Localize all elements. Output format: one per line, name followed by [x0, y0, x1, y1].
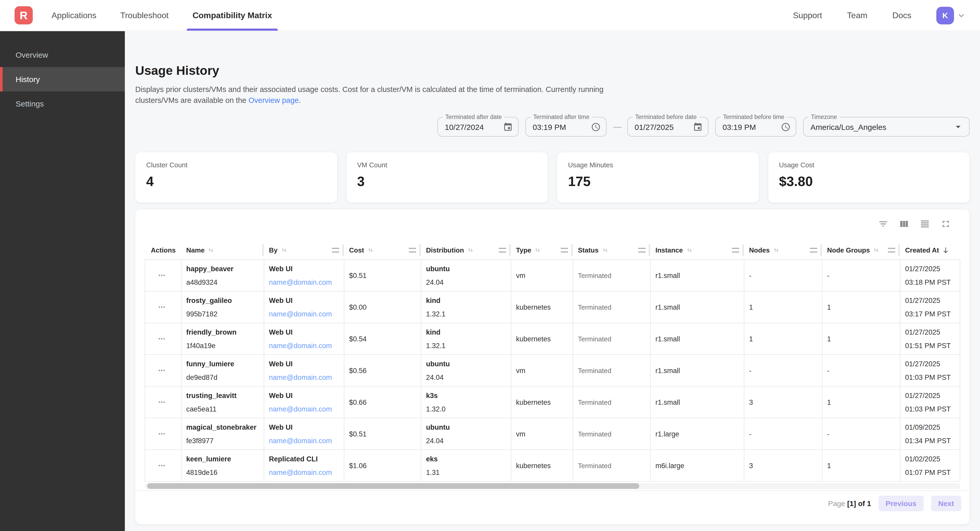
cell-text: 01/27/2025 — [905, 360, 956, 368]
terminated-after-date-input[interactable]: Terminated after date 10/27/2024 — [438, 117, 519, 137]
usage-table-card: ActionsNameByCostDistributionTypeStatusI… — [135, 209, 970, 524]
row-actions-button[interactable] — [156, 428, 167, 439]
row-actions-button[interactable] — [156, 301, 167, 313]
filter-icon[interactable] — [878, 219, 888, 229]
cell-status: Terminated — [573, 260, 651, 291]
field-label: Terminated before time — [721, 114, 787, 120]
column-menu-icon[interactable] — [638, 248, 646, 252]
cell-text: 1.32.1 — [426, 342, 508, 349]
user-menu[interactable]: K — [936, 6, 966, 24]
nav-link-team[interactable]: Team — [847, 11, 867, 20]
email-link[interactable]: name@domain.com — [269, 437, 341, 444]
cell-text: cae5ea11 — [186, 405, 261, 413]
column-menu-icon[interactable] — [732, 248, 739, 252]
row-actions-button[interactable] — [156, 460, 167, 471]
cell-name: happy_beavera48d9324 — [181, 260, 264, 291]
column-menu-icon[interactable] — [810, 248, 817, 252]
column-menu-icon[interactable] — [499, 248, 506, 252]
horizontal-scrollbar[interactable] — [145, 483, 960, 489]
column-header-by[interactable]: By — [264, 241, 344, 259]
row-actions-button[interactable] — [156, 365, 167, 376]
cell-type: vm — [511, 260, 573, 291]
field-value: 03:19 PM — [722, 122, 781, 131]
terminated-before-time-input[interactable]: Terminated before time 03:19 PM — [715, 117, 796, 137]
overview-page-link[interactable]: Overview page — [248, 96, 299, 105]
column-menu-icon[interactable] — [332, 248, 339, 252]
column-header-created_at[interactable]: Created At — [900, 241, 959, 259]
cell-nodes: - — [745, 355, 822, 386]
previous-button[interactable]: Previous — [878, 496, 924, 511]
cell-text: 01:07 PM PST — [905, 468, 956, 476]
column-menu-icon[interactable] — [888, 248, 895, 252]
email-link[interactable]: name@domain.com — [269, 310, 341, 318]
clock-icon[interactable] — [781, 122, 791, 132]
column-header-nodes[interactable]: Nodes — [744, 241, 822, 259]
cell-text: Web UI — [269, 392, 341, 399]
email-link[interactable]: name@domain.com — [269, 373, 341, 381]
scrollbar-thumb[interactable] — [147, 483, 639, 489]
email-link[interactable]: name@domain.com — [269, 468, 341, 476]
cell-instance: r1.small — [651, 323, 745, 354]
field-value: 10/27/2024 — [445, 122, 503, 131]
columns-icon[interactable] — [899, 219, 909, 229]
column-header-name[interactable]: Name — [181, 241, 264, 259]
column-header-cost[interactable]: Cost — [344, 241, 421, 259]
sidebar-item-history[interactable]: History — [0, 67, 125, 92]
email-link[interactable]: name@domain.com — [269, 278, 341, 286]
email-link[interactable]: name@domain.com — [269, 405, 341, 413]
sidebar: Overview History Settings — [0, 31, 125, 531]
terminated-after-time-input[interactable]: Terminated after time 03:19 PM — [525, 117, 606, 137]
cell-by: Web UIname@domain.com — [264, 323, 344, 354]
calendar-icon[interactable] — [693, 122, 703, 132]
cell-actions — [145, 387, 181, 418]
clock-icon[interactable] — [591, 122, 601, 132]
main-content: Usage History Displays prior clusters/VM… — [125, 31, 980, 531]
cell-name: keen_lumiere4819de16 — [181, 450, 264, 481]
description-period: . — [299, 96, 301, 105]
column-header-instance[interactable]: Instance — [650, 241, 744, 259]
column-menu-icon[interactable] — [561, 248, 568, 252]
cell-type: vm — [511, 355, 573, 386]
nav-link-docs[interactable]: Docs — [892, 11, 912, 20]
timezone-select[interactable]: Timezone America/Los_Angeles — [803, 117, 970, 137]
row-actions-button[interactable] — [156, 269, 167, 281]
row-actions-button[interactable] — [156, 396, 167, 408]
nav-link-support[interactable]: Support — [793, 11, 822, 20]
fullscreen-icon[interactable] — [940, 219, 951, 229]
table-row: keen_lumiere4819de16Replicated CLIname@d… — [145, 450, 960, 482]
logo-letter: R — [20, 9, 27, 22]
more-horizontal-icon — [157, 398, 166, 407]
column-header-distribution[interactable]: Distribution — [421, 241, 511, 259]
cell-text: 995b7182 — [186, 310, 261, 318]
tab-compatibility-matrix[interactable]: Compatibility Matrix — [192, 0, 272, 31]
tab-applications[interactable]: Applications — [51, 0, 97, 31]
row-actions-button[interactable] — [156, 333, 167, 344]
app-logo[interactable]: R — [14, 6, 33, 24]
table-row: magical_stonebrakerfe3f8977Web UIname@do… — [145, 418, 960, 450]
sort-icon — [207, 246, 215, 254]
calendar-icon[interactable] — [503, 122, 513, 132]
stat-card-vm-count: VM Count 3 — [346, 152, 548, 203]
cell-text: magical_stonebraker — [186, 423, 261, 431]
cell-text: Web UI — [269, 265, 341, 273]
column-label: Name — [186, 246, 205, 254]
email-link[interactable]: name@domain.com — [269, 342, 341, 349]
avatar-initial: K — [942, 11, 948, 20]
column-header-node_groups[interactable]: Node Groups — [822, 241, 900, 259]
terminated-before-date-input[interactable]: Terminated before date 01/27/2025 — [627, 117, 708, 137]
tab-troubleshoot[interactable]: Troubleshoot — [121, 0, 169, 31]
table-row: funny_lumierede9ed87dWeb UIname@domain.c… — [145, 355, 960, 387]
sidebar-item-settings[interactable]: Settings — [0, 92, 125, 116]
density-icon[interactable] — [920, 219, 930, 229]
column-header-type[interactable]: Type — [511, 241, 573, 259]
chevron-down-icon[interactable] — [956, 10, 966, 21]
dropdown-caret-icon[interactable] — [953, 121, 964, 133]
next-button[interactable]: Next — [931, 496, 961, 511]
cell-text: 4819de16 — [186, 468, 261, 476]
column-header-status[interactable]: Status — [573, 241, 650, 259]
column-header-actions: Actions — [145, 241, 181, 259]
avatar[interactable]: K — [936, 6, 954, 24]
cell-actions — [145, 355, 181, 386]
column-menu-icon[interactable] — [409, 248, 416, 252]
sidebar-item-overview[interactable]: Overview — [0, 43, 125, 67]
